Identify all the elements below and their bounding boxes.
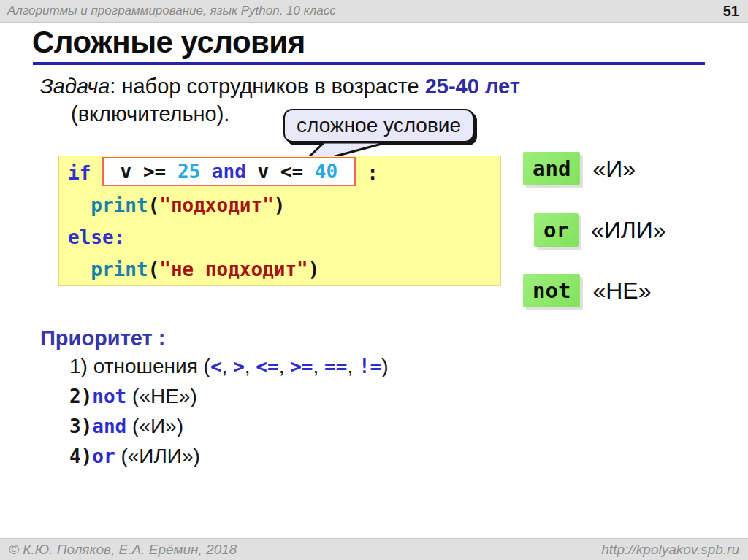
text-segment: if	[68, 162, 102, 184]
text-segment: <=	[256, 356, 278, 377]
code-if-keyword: if	[68, 162, 102, 184]
text-segment	[337, 161, 349, 183]
text-segment: v <=	[246, 161, 315, 183]
text-segment: («И»)	[126, 415, 183, 437]
text-segment: 3)	[69, 415, 92, 437]
text-segment: "не подходит"	[159, 258, 308, 280]
text-segment: not	[92, 386, 126, 407]
text-segment: ,	[313, 355, 325, 377]
footer-bar: © К.Ю. Поляков, Е.А. Ерёмин, 2018 http:/…	[0, 538, 748, 560]
text-segment	[68, 258, 91, 280]
task-text: Задача: набор сотрудников в возрасте 25-…	[40, 74, 520, 99]
text-segment: else:	[68, 226, 125, 248]
text-segment: or	[92, 445, 115, 467]
code-line-if: if v >= 25 and v <= 40 :	[68, 157, 492, 189]
code-block: if v >= 25 and v <= 40 : print("подходит…	[58, 156, 501, 286]
text-segment: ,	[347, 355, 359, 377]
text-segment: 4)	[69, 445, 92, 467]
condition-highlight-box: v >= 25 and v <= 40	[102, 157, 356, 186]
code-line-else: else:	[68, 221, 492, 253]
text-segment: and	[212, 161, 246, 183]
text-segment: )	[308, 258, 320, 280]
text-segment: («ИЛИ»)	[115, 445, 200, 467]
code-if-colon: :	[356, 162, 378, 184]
text-segment: (	[148, 194, 160, 216]
footer-copyright: © К.Ю. Поляков, Е.А. Ерёмин, 2018	[0, 542, 601, 558]
text-segment: v >=	[109, 161, 178, 183]
callout-bubble: сложное условие	[283, 109, 474, 142]
text-segment: ,	[245, 355, 256, 377]
text-segment: !=	[359, 356, 381, 377]
code-line-print-2: print("не подходит")	[68, 253, 492, 285]
text-segment: ,	[222, 355, 234, 377]
chip-or: or	[534, 213, 579, 247]
slide: Алгоритмы и программирование, язык Pytho…	[0, 0, 748, 560]
legend-row-not: not «НЕ»	[523, 274, 651, 307]
course-title: Алгоритмы и программирование, язык Pytho…	[0, 4, 723, 18]
text-segment: («НЕ»)	[126, 385, 196, 407]
text-segment	[68, 194, 91, 216]
top-bar: Алгоритмы и программирование, язык Pytho…	[0, 0, 748, 23]
task-age-range: 25-40 лет	[425, 74, 520, 98]
text-segment: 25	[178, 161, 200, 183]
legend-row-or: or «ИЛИ»	[534, 213, 666, 247]
text-segment: >	[233, 356, 245, 377]
footer-url: http://kpolyakov.spb.ru	[601, 542, 748, 558]
title-underline	[33, 62, 705, 65]
priority-item-not: 2)not («НЕ»)	[69, 385, 197, 408]
priority-heading: Приоритет :	[40, 326, 166, 350]
text-segment: 2)	[69, 386, 92, 407]
text-segment: print	[91, 258, 148, 280]
page-title: Сложные условия	[32, 25, 305, 60]
priority-item-or: 4)or («ИЛИ»)	[69, 445, 200, 468]
text-segment: and	[92, 415, 126, 437]
chip-not-meaning: «НЕ»	[592, 277, 651, 304]
priority-item-and: 3)and («И»)	[69, 415, 183, 438]
text-segment: 40	[315, 161, 337, 183]
task-body: : набор сотрудников в возрасте	[110, 74, 424, 98]
chip-or-meaning: «ИЛИ»	[591, 217, 666, 244]
text-segment: >=	[290, 356, 313, 377]
chip-and-meaning: «И»	[592, 156, 636, 183]
text-segment: <	[210, 356, 222, 377]
chip-not: not	[523, 274, 580, 307]
code-line-print-1: print("подходит")	[68, 189, 492, 221]
text-segment: 1) отношения (	[69, 355, 210, 377]
text-segment: :	[356, 162, 378, 184]
priority-item-relations: 1) отношения (<, >, <=, >=, ==, !=)	[69, 355, 389, 378]
text-segment: "подходит"	[159, 194, 274, 216]
text-segment: (	[148, 258, 160, 280]
text-segment: )	[381, 355, 388, 377]
text-segment: ==	[324, 356, 347, 377]
text-segment: )	[274, 194, 286, 216]
text-segment	[200, 161, 212, 183]
task-text-line2: (включительно).	[71, 102, 229, 126]
text-segment: print	[91, 194, 148, 216]
chip-and: and	[523, 152, 580, 185]
legend-row-and: and «И»	[523, 152, 636, 185]
text-segment: ,	[279, 355, 291, 377]
slide-number: 51	[723, 3, 748, 20]
task-label: Задача	[40, 74, 110, 98]
